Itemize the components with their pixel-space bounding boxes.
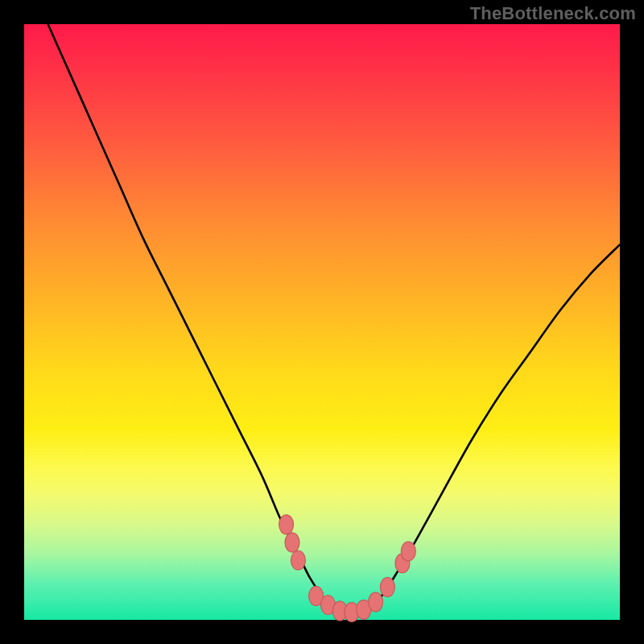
highlight-markers xyxy=(279,515,416,622)
marker-point xyxy=(291,551,305,570)
chart-svg xyxy=(24,24,620,620)
watermark-text: TheBottleneck.com xyxy=(470,3,636,24)
marker-point xyxy=(369,592,383,612)
bottleneck-curve xyxy=(48,24,620,615)
chart-frame: TheBottleneck.com xyxy=(0,0,644,644)
marker-point xyxy=(285,533,299,552)
marker-point xyxy=(279,515,294,535)
plot-area xyxy=(24,24,620,620)
marker-point xyxy=(380,577,394,597)
marker-point xyxy=(401,542,415,561)
